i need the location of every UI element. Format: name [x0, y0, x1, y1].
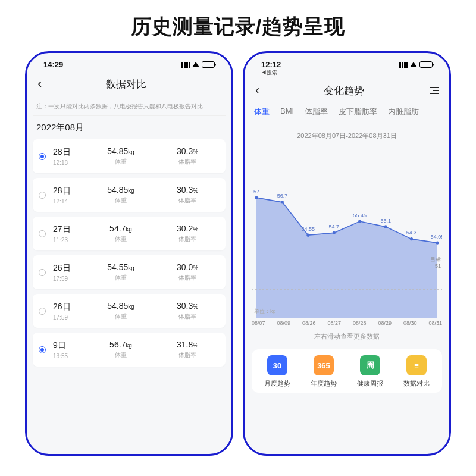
page-title: 历史测量记录/趋势呈现	[0, 0, 476, 51]
wifi-icon	[410, 62, 417, 67]
svg-text:54.7: 54.7	[329, 224, 339, 230]
bottom-card[interactable]: 30月度趋势	[264, 355, 290, 388]
calendar-icon: 30	[267, 355, 287, 375]
measurement-row[interactable]: 9日13:5556.7kg体重31.8%体脂率	[33, 333, 226, 367]
signal-icon	[181, 62, 190, 68]
bottom-card[interactable]: ≡数据对比	[403, 355, 430, 388]
back-button[interactable]: ‹	[37, 76, 42, 92]
phone-compare: 14:29 ‹ 数据对比 注：一次只能对比两条数据，八电极报告只能和八电极报告对…	[25, 51, 233, 456]
x-tick: 08/26	[302, 320, 316, 326]
date-col: 9日13:55	[53, 340, 86, 359]
radio-select[interactable]	[39, 308, 46, 315]
x-tick: 08/31	[428, 320, 442, 326]
nav-title: 数据对比	[42, 77, 210, 91]
scroll-hint: 左右滑动查看更多数据	[250, 326, 443, 349]
svg-point-15	[436, 241, 439, 244]
radio-select[interactable]	[39, 153, 46, 160]
card-label: 健康周报	[357, 379, 383, 388]
radio-select[interactable]	[39, 346, 46, 353]
status-bar: 12:12	[250, 58, 443, 70]
measurement-row[interactable]: 28日12:1454.85kg体重30.3%体脂率	[33, 178, 226, 212]
svg-point-3	[281, 201, 284, 203]
svg-text:54.3: 54.3	[406, 230, 416, 236]
measurement-row[interactable]: 26日17:5954.85kg体重30.3%体脂率	[33, 294, 226, 328]
tab-2[interactable]: 体脂率	[305, 107, 328, 117]
svg-point-13	[410, 237, 413, 240]
fat-metric: 30.0%体脂率	[155, 262, 220, 282]
x-tick: 08/30	[403, 320, 417, 326]
svg-point-9	[358, 220, 361, 223]
bottom-card[interactable]: 周健康周报	[357, 355, 383, 388]
svg-text:55.45: 55.45	[353, 212, 366, 218]
fat-metric: 30.3%体脂率	[155, 185, 220, 205]
measurement-row[interactable]: 27日11:2354.7kg体重30.2%体脂率	[33, 217, 226, 250]
svg-point-11	[384, 225, 387, 228]
svg-text:57: 57	[253, 188, 259, 194]
compare-note: 注：一次只能对比两条数据，八电极报告只能和八电极报告对比	[33, 99, 226, 116]
target-value: 51	[435, 263, 441, 269]
tab-4[interactable]: 内脏脂肪	[388, 107, 419, 117]
calendar-icon: 周	[360, 355, 380, 375]
x-tick: 08/28	[353, 320, 367, 326]
svg-text:55.1: 55.1	[380, 217, 390, 223]
svg-text:56.7: 56.7	[277, 193, 287, 199]
trend-chart[interactable]: 5756.754.5554.755.4555.154.354.05 单位：kg …	[252, 145, 442, 318]
x-tick: 08/07	[252, 320, 265, 326]
tab-3[interactable]: 皮下脂肪率	[339, 107, 377, 117]
status-bar: 14:29	[33, 58, 226, 70]
status-icons	[181, 61, 215, 68]
signal-icon	[399, 62, 408, 68]
x-tick: 08/09	[277, 320, 290, 326]
metric-tabs: 体重BMI体脂率皮下脂肪率内脏脂肪	[250, 105, 443, 117]
card-label: 年度趋势	[311, 379, 337, 388]
nav-bar: ‹ 变化趋势	[250, 77, 443, 105]
measurement-row[interactable]: 28日12:1854.85kg体重30.3%体脂率	[33, 139, 226, 173]
battery-icon	[419, 61, 433, 68]
calendar-icon: 365	[314, 355, 334, 375]
menu-icon[interactable]	[428, 87, 439, 94]
weight-metric: 54.7kg体重	[89, 224, 153, 243]
search-back-link[interactable]: ◀搜索	[250, 69, 443, 77]
chart-unit: 单位：kg	[254, 308, 276, 315]
date-col: 26日17:59	[53, 263, 86, 282]
x-tick: 08/29	[378, 320, 392, 326]
bottom-card[interactable]: 365年度趋势	[311, 355, 337, 388]
svg-text:54.55: 54.55	[302, 226, 315, 231]
measurement-list: 28日12:1854.85kg体重30.3%体脂率28日12:1454.85kg…	[33, 139, 226, 367]
svg-point-1	[255, 196, 258, 199]
nav-title: 变化趋势	[259, 84, 428, 98]
weight-metric: 54.85kg体重	[89, 185, 153, 205]
date-col: 27日11:23	[53, 224, 86, 243]
back-button[interactable]: ‹	[255, 83, 259, 98]
measurement-row[interactable]: 26日17:5954.55kg体重30.0%体脂率	[33, 255, 226, 289]
fat-metric: 30.2%体脂率	[155, 224, 220, 243]
date-col: 28日12:14	[53, 186, 86, 205]
radio-select[interactable]	[39, 230, 46, 237]
date-range: 2022年08月07日-2022年08月31日	[250, 117, 443, 145]
wifi-icon	[192, 62, 199, 67]
svg-text:54.05: 54.05	[431, 233, 442, 239]
x-tick: 08/27	[327, 320, 341, 326]
nav-bar: ‹ 数据对比	[33, 70, 226, 99]
status-time: 12:12	[261, 60, 281, 69]
phone-trend: 12:12 ◀搜索 ‹ 变化趋势 体重BMI体脂率皮下脂肪率内脏脂肪 2022年…	[243, 51, 451, 456]
date-col: 28日12:18	[53, 147, 86, 166]
svg-point-7	[333, 231, 336, 234]
fat-metric: 30.3%体脂率	[155, 301, 220, 321]
weight-metric: 54.85kg体重	[89, 301, 153, 321]
tab-1[interactable]: BMI	[280, 107, 294, 117]
bottom-cards: 30月度趋势365年度趋势周健康周报≡数据对比	[252, 349, 442, 393]
card-label: 月度趋势	[264, 379, 290, 388]
radio-select[interactable]	[39, 269, 46, 276]
tab-0[interactable]: 体重	[254, 107, 270, 117]
status-icons	[399, 61, 433, 68]
calendar-icon: ≡	[406, 355, 427, 375]
fat-metric: 30.3%体脂率	[155, 146, 220, 166]
weight-metric: 56.7kg体重	[89, 340, 153, 359]
radio-select[interactable]	[39, 192, 46, 199]
x-axis: 08/0708/0908/2608/2708/2808/2908/3008/31	[250, 318, 443, 326]
fat-metric: 31.8%体脂率	[155, 340, 220, 359]
weight-metric: 54.55kg体重	[89, 262, 153, 282]
card-label: 数据对比	[403, 379, 430, 388]
month-header: 2022年08月	[33, 116, 226, 139]
